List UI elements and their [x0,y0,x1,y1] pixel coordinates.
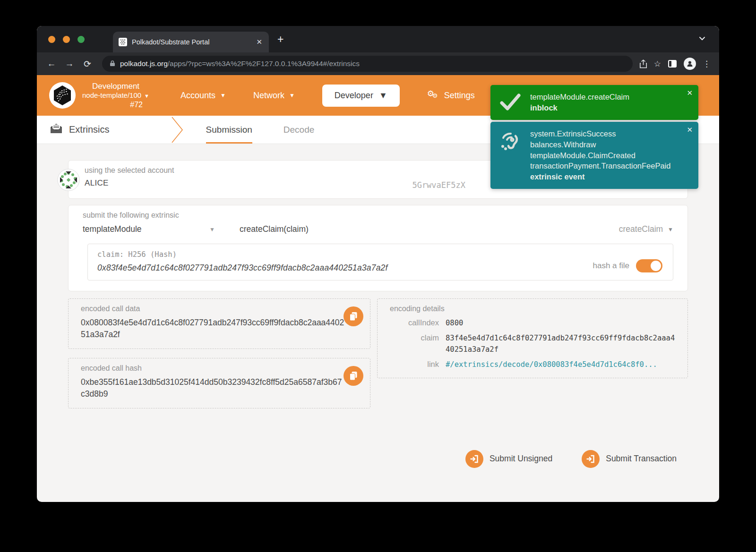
detail-key: claim [390,333,439,342]
nav-developer[interactable]: Developer▼ [322,85,400,107]
tab-submission[interactable]: Submission [204,116,254,144]
close-icon[interactable]: ✕ [687,126,693,134]
url-domain: polkadot.js.org [120,59,168,68]
chevron-down-icon: ▼ [379,91,387,101]
extrinsic-selects: templateModule ▼ createClaim(claim) crea… [83,224,673,234]
detail-key: callIndex [390,318,439,327]
event-line: system.ExtrinsicSuccess [530,128,670,139]
node-version: node-template/100▼ [82,91,149,100]
module-select-value: templateModule [83,224,142,234]
chevron-down-icon: ▼ [289,92,295,99]
tab-title: Polkadot/Substrate Portal [132,38,250,46]
listening-ear-icon [498,128,523,182]
event-line: templateModule.ClaimCreated [530,150,670,161]
claim-param-value[interactable]: 0x83f4e5e4d7d1c64c8f027791adb247f93cc69f… [97,263,663,273]
chain-info[interactable]: Development node-template/100▼ #72 [82,81,149,110]
encoded-call-data-box: encoded call data 0x080083f4e5e4d7d1c64c… [68,298,370,349]
profile-avatar[interactable] [684,58,696,70]
module-select[interactable]: templateModule ▼ [83,224,215,234]
submit-unsigned-button[interactable]: Submit Unsigned [465,450,552,468]
submit-transaction-button[interactable]: Submit Transaction [582,450,677,468]
zoom-window-button[interactable] [77,36,85,43]
browser-tab[interactable]: Polkadot/Substrate Portal ✕ [113,32,269,52]
encoded-call-hash-value: 0xbe355f161ae13db5d31025f414dd50b3239432… [81,376,345,400]
page-content: using the selected account ALICE 5GrwvaE… [37,144,719,468]
main-nav: Accounts▼ Network▼ Developer▼ ⚙⚙ Setting… [180,85,475,107]
minimize-window-button[interactable] [63,36,70,43]
forward-button[interactable]: → [61,56,77,72]
call-select[interactable]: createClaim ▼ [619,224,673,234]
encoded-call-data-label: encoded call data [81,305,358,313]
chevron-separator [171,116,183,144]
address-bar[interactable]: polkadot.js.org/apps/?rpc=ws%3A%2F%2F127… [102,56,633,72]
encoding-details-title: encoding details [390,305,675,313]
site-favicon-icon [119,38,127,46]
nav-network[interactable]: Network▼ [253,91,295,101]
detail-value-callindex: 0800 [446,318,675,329]
encoding-details-rows: callIndex 0800 claim 83f4e5e4d7d1c64c8f0… [390,318,675,370]
account-identicon[interactable] [57,169,80,193]
toolbar-icons: ☆ ⋮ [639,58,713,70]
back-button[interactable]: ← [43,56,60,72]
toast-event[interactable]: system.ExtrinsicSuccess balances.Withdra… [490,122,698,189]
tab-decode[interactable]: Decode [282,116,317,144]
browser-tabstrip: Polkadot/Substrate Portal ✕ + [37,26,719,52]
nav-accounts[interactable]: Accounts▼ [180,91,226,101]
chevron-down-icon: ▼ [144,93,149,99]
close-icon[interactable]: ✕ [687,89,693,97]
hash-a-file-label: hash a file [593,261,630,271]
copy-call-data-button[interactable] [344,306,363,326]
toast-event-body: system.ExtrinsicSuccess balances.Withdra… [530,128,670,182]
toast-event-footer: extrinsic event [530,171,670,182]
decode-link[interactable]: #/extrinsics/decode/0x080083f4e5e4d7d1c6… [446,359,672,370]
url-path: /apps/?rpc=ws%3A%2F%2F127.0.0.1%3A9944#/… [168,59,360,68]
substrate-logo[interactable] [49,82,76,109]
toast-success-body: templateModule.createClaim inblock [530,92,629,113]
url-text: polkadot.js.org/apps/?rpc=ws%3A%2F%2F127… [120,59,360,68]
submit-transaction-label: Submit Transaction [606,454,677,464]
detail-key: link [390,359,439,369]
new-tab-button[interactable]: + [277,33,284,46]
copy-call-hash-button[interactable] [344,366,363,386]
sidepanel-icon[interactable] [668,59,677,68]
tab-close-icon[interactable]: ✕ [255,38,263,46]
action-buttons: Submit Unsigned Submit Transaction [68,450,677,468]
sign-in-icon [465,450,483,468]
nav-settings[interactable]: ⚙⚙ Settings [427,90,475,101]
toast-success[interactable]: templateModule.createClaim inblock ✕ [490,85,698,120]
close-window-button[interactable] [48,36,55,43]
encoded-left-column: encoded call data 0x080083f4e5e4d7d1c64c… [68,298,370,408]
encoded-call-hash-box: encoded call hash 0xbe355f161ae13db5d310… [68,358,370,408]
chain-name: Development [82,81,149,91]
encoded-section: encoded call data 0x080083f4e5e4d7d1c64c… [68,298,688,408]
encoded-call-hash-label: encoded call hash [81,364,358,373]
account-address: 5GrwvaEF5zX [412,180,465,190]
lock-icon [110,60,115,68]
toggle-knob [651,261,661,271]
claim-param-label: claim: H256 (Hash) [97,250,663,259]
event-line: transactionPayment.TransactionFeePaid [530,161,670,171]
submit-unsigned-label: Submit Unsigned [490,454,552,464]
hash-a-file-toggle[interactable] [636,259,662,272]
extrinsic-card: submit the following extrinsic templateM… [68,205,688,291]
claim-param-box: claim: H256 (Hash) 0x83f4e5e4d7d1c64c8f0… [87,244,673,280]
browser-menu-icon[interactable]: ⋮ [703,59,711,69]
toast-success-status: inblock [530,102,629,113]
toast-success-title: templateModule.createClaim [530,92,629,102]
gears-icon: ⚙⚙ [427,90,439,101]
tab-search-chevron-icon[interactable] [698,34,706,44]
browser-window: Polkadot/Substrate Portal ✕ + ← → ⟳ polk… [37,26,719,502]
mail-icon [50,123,62,136]
call-signature: createClaim(claim) [240,224,309,234]
extrinsic-label: submit the following extrinsic [83,211,673,220]
share-icon[interactable] [639,59,647,68]
bookmark-star-icon[interactable]: ☆ [654,59,661,69]
window-controls [48,36,85,43]
reload-button[interactable]: ⟳ [79,56,95,72]
event-line: balances.Withdraw [530,139,670,150]
detail-value-claim: 83f4e5e4d7d1c64c8f027791adb247f93cc69ff9… [446,333,675,355]
chevron-down-icon: ▼ [220,92,226,99]
chevron-down-icon: ▼ [668,226,673,233]
encoded-call-data-value: 0x080083f4e5e4d7d1c64c8f027791adb247f93c… [81,317,345,341]
call-select-value: createClaim [619,224,663,234]
